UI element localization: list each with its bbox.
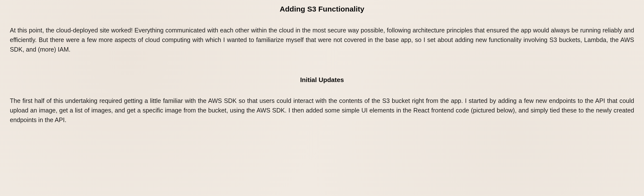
subsection-paragraph-initial-updates: The first half of this undertaking requi…: [10, 96, 634, 124]
document-content: Adding S3 Functionality At this point, t…: [10, 5, 634, 125]
section-heading-s3: Adding S3 Functionality: [10, 5, 634, 13]
section-paragraph-s3: At this point, the cloud-deployed site w…: [10, 25, 634, 54]
subsection-heading-initial-updates: Initial Updates: [10, 76, 634, 84]
